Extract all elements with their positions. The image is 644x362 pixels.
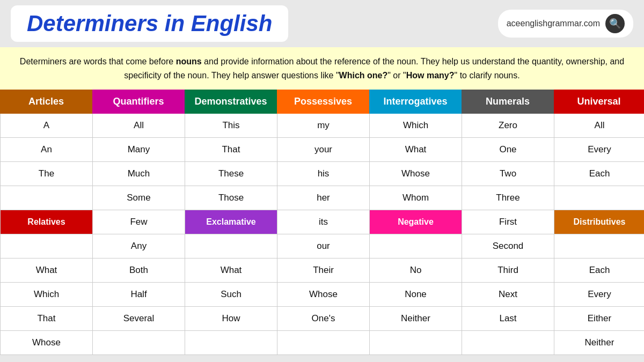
cell-all: All xyxy=(93,114,185,137)
subheader-relatives: Relatives xyxy=(1,210,93,234)
page-title: Determiners in English xyxy=(27,11,272,36)
cell-none: None xyxy=(370,283,462,306)
table-row: An Many That your What One Every xyxy=(1,138,643,162)
cell-the: The xyxy=(1,162,93,186)
cell-which: Which xyxy=(370,114,462,137)
cell-every2: Every xyxy=(554,283,644,306)
cell-much: Much xyxy=(93,162,185,186)
cell-each: Each xyxy=(554,162,644,186)
table-row: Any our Second xyxy=(1,234,643,258)
cell-each2: Each xyxy=(554,258,644,282)
cell-empty8 xyxy=(185,331,277,354)
cell-my: my xyxy=(277,114,370,137)
cell-whose: Whose xyxy=(370,162,462,186)
cell-neither: Neither xyxy=(370,307,462,330)
cell-whose2: Whose xyxy=(277,283,370,306)
table-row: The Much These his Whose Two Each xyxy=(1,162,643,186)
header-demonstratives: Demonstratives xyxy=(185,90,277,114)
cell-empty10 xyxy=(370,331,462,354)
cell-three: Three xyxy=(462,186,554,210)
cell-her: her xyxy=(277,186,370,210)
cell-empty6 xyxy=(554,234,644,258)
column-headers: Articles Quantifiers Demonstratives Poss… xyxy=(0,90,644,114)
how-many-highlight: How many? xyxy=(406,71,455,80)
cell-no: No xyxy=(370,258,462,282)
cell-two: Two xyxy=(462,162,554,186)
cell-that: That xyxy=(185,138,277,161)
cell-those: Those xyxy=(185,186,277,210)
cell-either: Either xyxy=(554,307,644,330)
site-url: aceenglishgrammar.com xyxy=(507,19,600,28)
cell-such: Such xyxy=(185,283,277,306)
table-row: A All This my Which Zero All xyxy=(1,114,643,138)
title-box: Determiners in English xyxy=(11,5,288,42)
cell-third: Third xyxy=(462,258,554,282)
cell-several: Several xyxy=(93,307,185,330)
header-interrogatives: Interrogatives xyxy=(369,90,462,114)
cell-his: his xyxy=(277,162,370,186)
table-row-subheaders: Relatives Few Exclamative its Negative F… xyxy=(1,210,643,234)
cell-all2: All xyxy=(554,114,644,137)
search-button[interactable]: 🔍 xyxy=(605,14,625,33)
table-row: Which Half Such Whose None Next Every xyxy=(1,283,643,307)
cell-every: Every xyxy=(554,138,644,161)
description-block: Determiners are words that come before n… xyxy=(0,47,644,90)
cell-empty1 xyxy=(1,186,93,210)
header-articles: Articles xyxy=(0,90,92,114)
table-row: Some Those her Whom Three xyxy=(1,186,643,210)
cell-empty5 xyxy=(370,234,462,258)
subheader-exclamative: Exclamative xyxy=(185,210,277,234)
page-header: Determiners in English aceenglishgrammar… xyxy=(0,0,644,47)
cell-what: What xyxy=(370,138,462,161)
cell-empty9 xyxy=(277,331,370,354)
table-row: Whose Neither xyxy=(1,331,643,354)
cell-what3: What xyxy=(185,258,277,282)
cell-empty11 xyxy=(462,331,554,354)
cell-whom: Whom xyxy=(370,186,462,210)
cell-our: our xyxy=(277,234,370,258)
cell-empty2 xyxy=(554,186,644,210)
nouns-highlight: nouns xyxy=(176,57,202,66)
cell-few: Few xyxy=(93,210,185,234)
header-universal: Universal xyxy=(554,90,644,114)
cell-a: A xyxy=(1,114,93,137)
header-quantifiers: Quantifiers xyxy=(92,90,185,114)
cell-which2: Which xyxy=(1,283,93,306)
cell-their: Their xyxy=(277,258,370,282)
which-one-highlight: Which one? xyxy=(339,71,388,80)
cell-ones: One's xyxy=(277,307,370,330)
cell-second: Second xyxy=(462,234,554,258)
cell-whose3: Whose xyxy=(1,331,93,354)
cell-both: Both xyxy=(93,258,185,282)
cell-empty4 xyxy=(185,234,277,258)
cell-its: its xyxy=(277,210,370,234)
cell-neither2: Neither xyxy=(554,331,644,354)
cell-many: Many xyxy=(93,138,185,161)
header-possessives: Possessives xyxy=(277,90,369,114)
cell-zero: Zero xyxy=(462,114,554,137)
cell-next: Next xyxy=(462,283,554,306)
cell-first: First xyxy=(462,210,554,234)
cell-empty3 xyxy=(1,234,93,258)
subheader-distributives: Distributives xyxy=(554,210,644,234)
cell-what2: What xyxy=(1,258,93,282)
cell-how: How xyxy=(185,307,277,330)
cell-that2: That xyxy=(1,307,93,330)
cell-any: Any xyxy=(93,234,185,258)
header-numerals: Numerals xyxy=(462,90,554,114)
cell-an: An xyxy=(1,138,93,161)
table-row: What Both What Their No Third Each xyxy=(1,258,643,283)
data-table: A All This my Which Zero All An Many Tha… xyxy=(0,114,644,355)
cell-last: Last xyxy=(462,307,554,330)
cell-your: your xyxy=(277,138,370,161)
cell-this: This xyxy=(185,114,277,137)
cell-some: Some xyxy=(93,186,185,210)
cell-these: These xyxy=(185,162,277,186)
cell-one: One xyxy=(462,138,554,161)
cell-half: Half xyxy=(93,283,185,306)
search-box[interactable]: aceenglishgrammar.com 🔍 xyxy=(498,10,633,38)
cell-empty7 xyxy=(93,331,185,354)
subheader-negative: Negative xyxy=(370,210,462,234)
table-row: That Several How One's Neither Last Eith… xyxy=(1,307,643,331)
